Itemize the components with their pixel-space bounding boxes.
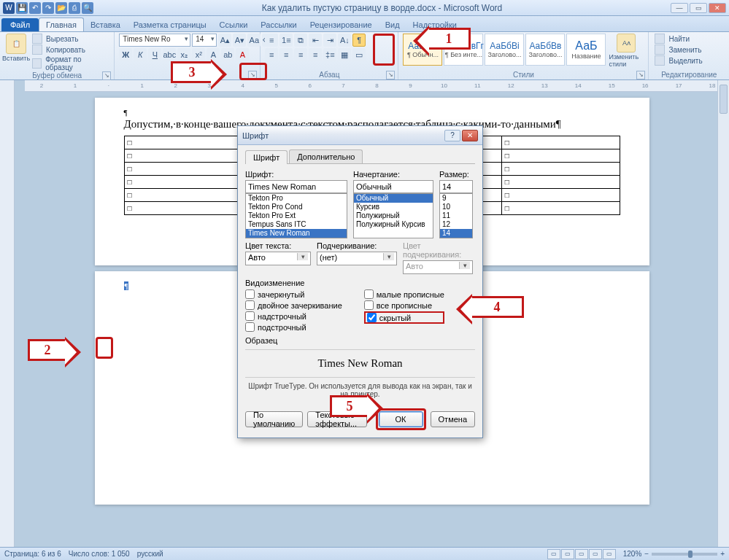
preview-icon[interactable]: 🔍 [82, 2, 93, 14]
dialog-titlebar[interactable]: Шрифт ? ✕ [238, 126, 482, 145]
size-input[interactable]: 14 [439, 180, 473, 193]
view-web-icon[interactable]: ▭ [575, 549, 588, 559]
paragraph-launcher[interactable]: ↘ [386, 71, 395, 79]
align-center-icon[interactable]: ≡ [279, 48, 293, 61]
bullets-icon[interactable]: ≡ [265, 34, 278, 47]
cancel-button[interactable]: Отмена [431, 411, 475, 427]
show-marks-icon[interactable]: ¶ [352, 34, 366, 47]
sort-icon[interactable]: A↓ [338, 34, 351, 47]
dialog-help-button[interactable]: ? [444, 130, 460, 141]
zoom-slider[interactable] [652, 553, 717, 556]
change-case-icon[interactable]: Aa [247, 34, 261, 47]
strike-icon[interactable]: abc [163, 48, 176, 61]
minimize-button[interactable]: — [671, 3, 688, 13]
underline-dropdown[interactable]: (нет) [317, 252, 397, 265]
save-icon[interactable]: 💾 [16, 2, 28, 14]
ok-button[interactable]: ОК [379, 411, 423, 427]
select-button[interactable]: Выделить [653, 55, 705, 66]
numbering-icon[interactable]: 1≡ [279, 34, 293, 47]
scrollbar-thumb[interactable] [720, 85, 728, 114]
text-effect-icon[interactable]: A [207, 48, 220, 61]
tab-view[interactable]: Вид [379, 18, 406, 31]
italic-icon[interactable]: К [134, 48, 147, 61]
view-draft-icon[interactable]: ▭ [603, 549, 616, 559]
style-title[interactable]: АаБНазвание [566, 34, 606, 66]
shading-icon[interactable]: ▦ [338, 48, 351, 61]
open-icon[interactable]: 📂 [55, 2, 67, 14]
tab-review[interactable]: Рецензирование [304, 18, 379, 31]
multilevel-icon[interactable]: ⧉ [294, 34, 307, 47]
file-tab[interactable]: Файл [1, 18, 39, 31]
underline-icon[interactable]: Ч [148, 48, 161, 61]
dialog-tab-advanced[interactable]: Дополнительно [289, 149, 363, 163]
tab-references[interactable]: Ссылки [213, 18, 255, 31]
print-icon[interactable]: ⎙ [69, 2, 80, 14]
change-styles-button[interactable]: Aʌ Изменить стили [609, 34, 644, 68]
check-strike[interactable]: зачеркнутый [245, 289, 342, 299]
subscript-icon[interactable]: x₂ [177, 48, 190, 61]
bold-icon[interactable]: Ж [119, 48, 132, 61]
copy-button[interactable]: Копировать [31, 44, 109, 55]
check-sub[interactable]: подстрочный [245, 322, 342, 332]
dialog-tab-font[interactable]: Шрифт [245, 150, 288, 164]
view-read-icon[interactable]: ▭ [561, 549, 574, 559]
zoom-control[interactable]: 120% −+ [623, 550, 725, 558]
styles-launcher[interactable]: ↘ [636, 71, 645, 79]
status-words[interactable]: Число слов: 1 050 [69, 550, 130, 558]
font-name-combo[interactable]: Times New Ro [119, 34, 190, 47]
tab-insert[interactable]: Вставка [84, 18, 127, 31]
style-list[interactable]: Обычный Курсив Полужирный Полужирный Кур… [353, 193, 433, 238]
status-lang[interactable]: русский [137, 550, 163, 558]
font-launcher[interactable]: ↘ [248, 71, 257, 79]
text-color-dropdown[interactable]: Авто [245, 252, 311, 265]
font-color-icon[interactable]: A [236, 48, 249, 61]
align-right-icon[interactable]: ≡ [294, 48, 307, 61]
check-super[interactable]: надстрочный [245, 311, 342, 321]
style-normal[interactable]: АаБбВі¶ Обычн... [403, 34, 442, 66]
align-justify-icon[interactable]: ≡ [309, 48, 322, 61]
tab-home[interactable]: Главная [39, 18, 84, 31]
view-print-icon[interactable]: ▭ [547, 549, 560, 559]
replace-button[interactable]: Заменить [653, 44, 705, 55]
check-hidden[interactable]: скрытый [364, 311, 444, 324]
vertical-scrollbar[interactable] [717, 80, 729, 547]
indent-dec-icon[interactable]: ⇤ [309, 34, 322, 47]
check-allcaps[interactable]: все прописные [364, 300, 444, 310]
default-button[interactable]: По умолчанию [245, 411, 303, 427]
redo-icon[interactable]: ↷ [42, 2, 54, 14]
format-painter-button[interactable]: Формат по образцу [31, 55, 109, 71]
status-page[interactable]: Страница: 6 из 6 [4, 550, 61, 558]
font-name-input[interactable]: Times New Roman [245, 180, 347, 193]
borders-icon[interactable]: ▭ [352, 48, 366, 61]
style-input[interactable]: Обычный [353, 180, 433, 193]
text-effects-button[interactable]: Текстовые эффекты... [307, 411, 366, 427]
style-heading2[interactable]: АаБбВвЗаголово... [525, 34, 565, 66]
clipboard-launcher[interactable]: ↘ [102, 71, 111, 80]
grow-font-icon[interactable]: A▴ [218, 34, 231, 47]
shrink-font-icon[interactable]: A▾ [233, 34, 246, 47]
highlight-icon[interactable]: ab [221, 48, 234, 61]
size-list[interactable]: 9 10 11 12 14 [439, 193, 473, 238]
style-nospacing[interactable]: АаБбВвГг¶ Без инте... [444, 34, 483, 66]
find-button[interactable]: Найти [653, 34, 705, 44]
superscript-icon[interactable]: x² [192, 48, 205, 61]
view-outline-icon[interactable]: ▭ [589, 549, 602, 559]
tab-layout[interactable]: Разметка страницы [127, 18, 213, 31]
align-left-icon[interactable]: ≡ [265, 48, 278, 61]
cut-button[interactable]: Вырезать [31, 34, 109, 44]
maximize-button[interactable]: ▭ [690, 3, 707, 13]
style-heading1[interactable]: АаБбВіЗаголово... [485, 34, 524, 66]
font-size-combo[interactable]: 14 [192, 34, 217, 47]
dialog-close-button[interactable]: ✕ [462, 130, 478, 141]
font-list[interactable]: Tekton Pro Tekton Pro Cond Tekton Pro Ex… [245, 193, 347, 238]
tab-addins[interactable]: Надстройки [406, 18, 463, 31]
check-smallcaps[interactable]: малые прописные [364, 289, 444, 299]
paste-button[interactable]: 📋 Вставить [4, 34, 28, 62]
style-gallery[interactable]: АаБбВі¶ Обычн... АаБбВвГг¶ Без инте... А… [403, 34, 606, 66]
underline-color-dropdown[interactable]: Авто [403, 260, 473, 274]
close-button[interactable]: ✕ [709, 3, 726, 13]
indent-inc-icon[interactable]: ⇥ [323, 34, 336, 47]
tab-mailings[interactable]: Рассылки [254, 18, 303, 31]
line-spacing-icon[interactable]: ‡≡ [323, 48, 336, 61]
check-dblstrike[interactable]: двойное зачеркивание [245, 300, 342, 310]
